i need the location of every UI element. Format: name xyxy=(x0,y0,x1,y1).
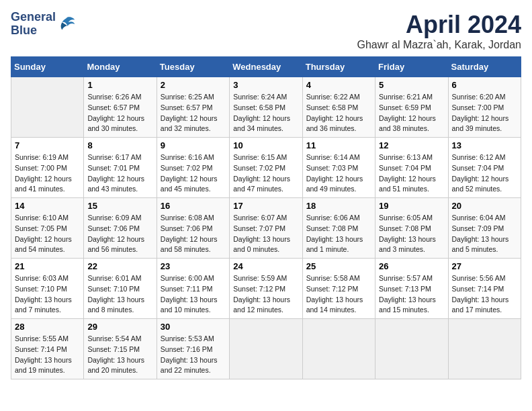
calendar-cell xyxy=(448,319,521,379)
calendar-week-row: 7Sunrise: 6:19 AMSunset: 7:00 PMDaylight… xyxy=(11,138,521,198)
day-number: 17 xyxy=(233,201,298,211)
day-number: 11 xyxy=(306,140,371,150)
location: Ghawr al Mazra`ah, Karak, Jordan xyxy=(357,39,521,51)
calendar-cell: 12Sunrise: 6:13 AMSunset: 7:04 PMDayligh… xyxy=(375,138,448,198)
calendar-cell: 14Sunrise: 6:10 AMSunset: 7:05 PMDayligh… xyxy=(11,198,84,259)
day-number: 19 xyxy=(379,201,444,211)
month-title: April 2024 xyxy=(357,11,521,39)
day-info: Sunrise: 5:53 AMSunset: 7:16 PMDaylight:… xyxy=(161,334,226,376)
calendar-cell: 15Sunrise: 6:09 AMSunset: 7:06 PMDayligh… xyxy=(84,198,157,259)
calendar-cell: 9Sunrise: 6:16 AMSunset: 7:02 PMDaylight… xyxy=(157,138,229,198)
day-number: 23 xyxy=(161,261,226,271)
day-info: Sunrise: 6:19 AMSunset: 7:00 PMDaylight:… xyxy=(15,152,80,195)
day-number: 25 xyxy=(306,261,371,271)
weekday-header: Wednesday xyxy=(230,57,302,77)
calendar-cell: 13Sunrise: 6:12 AMSunset: 7:04 PMDayligh… xyxy=(448,138,521,198)
calendar-cell: 10Sunrise: 6:15 AMSunset: 7:02 PMDayligh… xyxy=(230,138,302,198)
calendar-cell: 5Sunrise: 6:21 AMSunset: 6:59 PMDaylight… xyxy=(375,77,448,138)
calendar-week-row: 1Sunrise: 6:26 AMSunset: 6:57 PMDaylight… xyxy=(11,77,521,138)
calendar-cell xyxy=(11,77,84,138)
calendar-cell: 17Sunrise: 6:07 AMSunset: 7:07 PMDayligh… xyxy=(230,198,302,259)
day-number: 16 xyxy=(161,201,226,211)
calendar-cell: 24Sunrise: 5:59 AMSunset: 7:12 PMDayligh… xyxy=(230,259,302,319)
day-number: 3 xyxy=(233,80,298,90)
day-number: 8 xyxy=(87,140,152,150)
calendar-cell: 6Sunrise: 6:20 AMSunset: 7:00 PMDaylight… xyxy=(448,77,521,138)
day-number: 29 xyxy=(87,322,152,332)
day-info: Sunrise: 6:24 AMSunset: 6:58 PMDaylight:… xyxy=(233,92,298,134)
day-number: 27 xyxy=(452,261,517,271)
day-info: Sunrise: 6:15 AMSunset: 7:02 PMDaylight:… xyxy=(233,152,298,195)
calendar-cell: 30Sunrise: 5:53 AMSunset: 7:16 PMDayligh… xyxy=(157,319,229,379)
day-number: 7 xyxy=(15,140,80,150)
day-number: 1 xyxy=(87,80,152,90)
calendar-cell: 16Sunrise: 6:08 AMSunset: 7:06 PMDayligh… xyxy=(157,198,229,259)
day-info: Sunrise: 6:05 AMSunset: 7:08 PMDaylight:… xyxy=(379,213,444,255)
day-info: Sunrise: 5:58 AMSunset: 7:12 PMDaylight:… xyxy=(306,273,371,316)
calendar-cell: 22Sunrise: 6:01 AMSunset: 7:10 PMDayligh… xyxy=(84,259,157,319)
day-number: 5 xyxy=(379,80,444,90)
day-number: 4 xyxy=(306,80,371,90)
logo: General Blue xyxy=(11,11,76,38)
calendar-cell: 27Sunrise: 5:56 AMSunset: 7:14 PMDayligh… xyxy=(448,259,521,319)
weekday-header: Tuesday xyxy=(157,57,229,77)
day-info: Sunrise: 6:17 AMSunset: 7:01 PMDaylight:… xyxy=(87,152,152,195)
weekday-header-row: SundayMondayTuesdayWednesdayThursdayFrid… xyxy=(11,57,521,77)
day-info: Sunrise: 6:26 AMSunset: 6:57 PMDaylight:… xyxy=(87,92,152,134)
day-info: Sunrise: 6:07 AMSunset: 7:07 PMDaylight:… xyxy=(233,213,298,255)
calendar-cell xyxy=(230,319,302,379)
calendar-cell xyxy=(302,319,375,379)
day-number: 2 xyxy=(161,80,226,90)
day-info: Sunrise: 6:10 AMSunset: 7:05 PMDaylight:… xyxy=(15,213,80,255)
day-info: Sunrise: 6:01 AMSunset: 7:10 PMDaylight:… xyxy=(87,273,152,316)
calendar-cell: 2Sunrise: 6:25 AMSunset: 6:57 PMDaylight… xyxy=(157,77,229,138)
day-number: 26 xyxy=(379,261,444,271)
calendar-cell: 8Sunrise: 6:17 AMSunset: 7:01 PMDaylight… xyxy=(84,138,157,198)
calendar-cell xyxy=(375,319,448,379)
day-info: Sunrise: 6:12 AMSunset: 7:04 PMDaylight:… xyxy=(452,152,517,195)
calendar-cell: 23Sunrise: 6:00 AMSunset: 7:11 PMDayligh… xyxy=(157,259,229,319)
day-info: Sunrise: 6:14 AMSunset: 7:03 PMDaylight:… xyxy=(306,152,371,195)
day-info: Sunrise: 6:04 AMSunset: 7:09 PMDaylight:… xyxy=(452,213,517,255)
day-info: Sunrise: 6:22 AMSunset: 6:58 PMDaylight:… xyxy=(306,92,371,134)
calendar-week-row: 28Sunrise: 5:55 AMSunset: 7:14 PMDayligh… xyxy=(11,319,521,379)
calendar-cell: 19Sunrise: 6:05 AMSunset: 7:08 PMDayligh… xyxy=(375,198,448,259)
weekday-header: Sunday xyxy=(11,57,84,77)
day-info: Sunrise: 6:09 AMSunset: 7:06 PMDaylight:… xyxy=(87,213,152,255)
day-info: Sunrise: 6:13 AMSunset: 7:04 PMDaylight:… xyxy=(379,152,444,195)
day-number: 28 xyxy=(15,322,80,332)
day-number: 21 xyxy=(15,261,80,271)
weekday-header: Monday xyxy=(84,57,157,77)
day-info: Sunrise: 6:03 AMSunset: 7:10 PMDaylight:… xyxy=(15,273,80,316)
day-info: Sunrise: 6:16 AMSunset: 7:02 PMDaylight:… xyxy=(161,152,226,195)
page-header: General Blue April 2024 Ghawr al Mazra`a… xyxy=(11,11,521,51)
calendar-cell: 4Sunrise: 6:22 AMSunset: 6:58 PMDaylight… xyxy=(302,77,375,138)
day-number: 10 xyxy=(233,140,298,150)
calendar-week-row: 21Sunrise: 6:03 AMSunset: 7:10 PMDayligh… xyxy=(11,259,521,319)
day-number: 6 xyxy=(452,80,517,90)
calendar-table: SundayMondayTuesdayWednesdayThursdayFrid… xyxy=(11,56,521,379)
day-number: 14 xyxy=(15,201,80,211)
weekday-header: Saturday xyxy=(448,57,521,77)
day-number: 12 xyxy=(379,140,444,150)
calendar-cell: 11Sunrise: 6:14 AMSunset: 7:03 PMDayligh… xyxy=(302,138,375,198)
calendar-week-row: 14Sunrise: 6:10 AMSunset: 7:05 PMDayligh… xyxy=(11,198,521,259)
day-info: Sunrise: 5:56 AMSunset: 7:14 PMDaylight:… xyxy=(452,273,517,316)
calendar-cell: 25Sunrise: 5:58 AMSunset: 7:12 PMDayligh… xyxy=(302,259,375,319)
day-info: Sunrise: 6:08 AMSunset: 7:06 PMDaylight:… xyxy=(161,213,226,255)
day-number: 30 xyxy=(161,322,226,332)
calendar-cell: 3Sunrise: 6:24 AMSunset: 6:58 PMDaylight… xyxy=(230,77,302,138)
calendar-cell: 20Sunrise: 6:04 AMSunset: 7:09 PMDayligh… xyxy=(448,198,521,259)
calendar-cell: 18Sunrise: 6:06 AMSunset: 7:08 PMDayligh… xyxy=(302,198,375,259)
day-info: Sunrise: 5:57 AMSunset: 7:13 PMDaylight:… xyxy=(379,273,444,316)
day-info: Sunrise: 5:55 AMSunset: 7:14 PMDaylight:… xyxy=(15,334,80,376)
day-info: Sunrise: 6:25 AMSunset: 6:57 PMDaylight:… xyxy=(161,92,226,134)
logo-bird-icon xyxy=(57,15,76,34)
day-info: Sunrise: 6:06 AMSunset: 7:08 PMDaylight:… xyxy=(306,213,371,255)
day-number: 22 xyxy=(87,261,152,271)
day-info: Sunrise: 6:21 AMSunset: 6:59 PMDaylight:… xyxy=(379,92,444,134)
calendar-cell: 26Sunrise: 5:57 AMSunset: 7:13 PMDayligh… xyxy=(375,259,448,319)
calendar-cell: 28Sunrise: 5:55 AMSunset: 7:14 PMDayligh… xyxy=(11,319,84,379)
day-number: 20 xyxy=(452,201,517,211)
day-info: Sunrise: 6:20 AMSunset: 7:00 PMDaylight:… xyxy=(452,92,517,134)
